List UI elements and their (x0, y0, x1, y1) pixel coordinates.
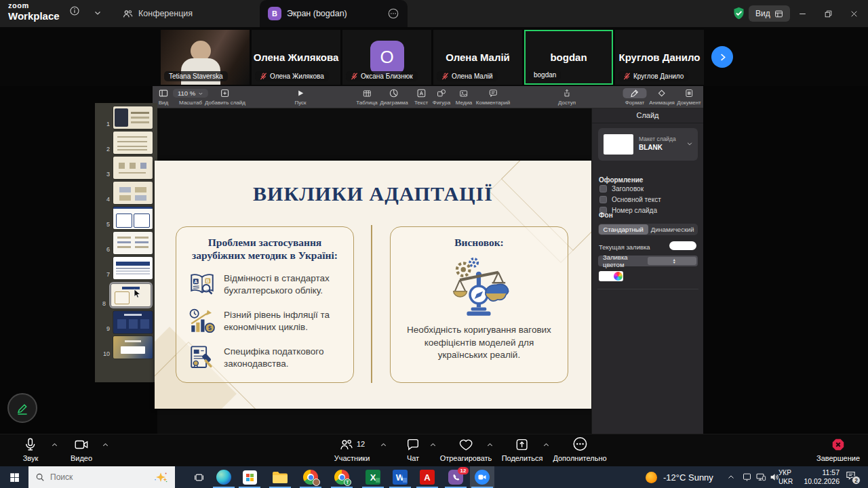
audio-options-chevron[interactable] (51, 441, 58, 449)
selected-slide-thumbnail[interactable] (109, 282, 153, 308)
zoom-app-taskbar-icon[interactable] (470, 466, 494, 488)
toolbar-document[interactable]: Документ (677, 88, 701, 106)
clock-date: 10.02.2026 (799, 477, 840, 486)
participants-options-chevron[interactable] (380, 441, 387, 449)
acrobat-taskbar-icon[interactable]: A (415, 466, 439, 488)
tab-screen-share[interactable]: B Экран (bogdan) (260, 0, 408, 27)
slide-thumbnail[interactable] (113, 182, 153, 204)
current-fill-swatch[interactable] (669, 241, 696, 250)
toolbar-zoom-select[interactable]: 110 % Масштаб (173, 88, 208, 106)
edge-taskbar-icon[interactable] (212, 466, 236, 488)
chrome-profile-1-taskbar-icon[interactable] (298, 466, 323, 488)
participant-tile[interactable]: Tetiana Staverska (161, 30, 250, 85)
chrome-profile-2-taskbar-icon[interactable]: T (330, 466, 354, 488)
file-explorer-taskbar-icon[interactable] (268, 466, 292, 488)
share-button[interactable]: Поделиться (502, 437, 543, 462)
slide-thumbnail[interactable] (113, 106, 153, 129)
checkbox-1[interactable]: Заголовок (599, 185, 644, 192)
fill-type-value: Заливка цветом (598, 253, 648, 268)
excel-taskbar-icon[interactable]: X (361, 466, 385, 488)
chat-button[interactable]: Чат (406, 437, 420, 462)
search-input[interactable] (50, 472, 132, 482)
viber-taskbar-icon[interactable]: 12 (443, 466, 468, 488)
brand-line1: zoom (8, 2, 60, 9)
task-view-taskbar-icon[interactable] (186, 466, 211, 488)
layout-label: Макет слайда (639, 136, 676, 142)
minimize-button[interactable] (788, 0, 816, 27)
toolbar-play[interactable]: Пуск (294, 88, 306, 106)
toolbar-label: Добавить слайд (205, 100, 245, 106)
slide-thumbnail[interactable] (113, 311, 153, 333)
react-options-chevron[interactable] (486, 441, 494, 449)
participant-label-text: Олена Малій (452, 73, 493, 80)
animate-icon (657, 88, 667, 98)
next-participants-button[interactable] (711, 46, 733, 68)
annotate-button[interactable] (7, 393, 37, 423)
participant-label: Tetiana Staverska (164, 71, 228, 81)
toolbar-media[interactable]: Медиа (456, 88, 473, 106)
toolbar-chart[interactable]: Диаграмма (380, 88, 408, 106)
end-meeting-button[interactable]: Завершение (816, 437, 860, 462)
tray-window-icon[interactable] (742, 472, 752, 482)
slide-thumbnail[interactable] (113, 257, 153, 279)
toolbar-animate[interactable]: Анимация (649, 88, 675, 106)
color-wheel-icon[interactable] (614, 272, 623, 281)
start-button[interactable] (0, 466, 28, 488)
close-button[interactable] (840, 0, 868, 27)
slide-thumbnail-row: 8 (95, 282, 157, 308)
slide-thumbnail[interactable] (113, 157, 153, 179)
more-button[interactable]: Дополнительно (553, 437, 606, 462)
tab-conference[interactable]: Конференция (122, 0, 193, 27)
language-indicator[interactable]: УКР UKR (778, 468, 793, 486)
toolbar-add-slide[interactable]: Добавить слайд (205, 88, 245, 106)
view-button[interactable]: Вид (749, 5, 790, 22)
taskbar-clock[interactable]: 11:57 10.02.2026 (799, 468, 840, 486)
toolbar-share-mac[interactable]: Доступ (558, 88, 576, 106)
audio-button[interactable]: Звук (23, 437, 39, 462)
tab-more-icon[interactable] (387, 7, 399, 20)
toolbar-view[interactable]: Вид (158, 88, 170, 106)
mic-muted-icon (260, 73, 267, 80)
slide-thumbnail[interactable] (113, 207, 153, 229)
restore-button[interactable] (814, 0, 842, 27)
segment-Динамический[interactable]: Динамический (648, 224, 698, 235)
video-options-chevron[interactable] (102, 441, 109, 449)
video-button[interactable]: Видео (71, 437, 92, 462)
slide-thumbnail[interactable] (113, 336, 153, 359)
tray-chevron-up-icon[interactable] (727, 473, 735, 481)
taskbar-search[interactable] (28, 466, 175, 488)
toolbar-comment[interactable]: Комментарий (476, 88, 510, 106)
info-icon[interactable] (69, 5, 80, 16)
slide-thumbnail[interactable] (111, 284, 151, 306)
mic-muted-icon (623, 73, 631, 80)
participant-tile[interactable]: bogdanbogdan (524, 30, 613, 85)
tray-network-icon[interactable] (755, 472, 766, 483)
segment-Стандартный[interactable]: Стандартный (599, 224, 648, 235)
participant-tile[interactable]: Круглов ДанилоКруглов Данило (615, 30, 704, 85)
chart-icon (389, 88, 399, 98)
slide-thumbnail[interactable] (113, 232, 153, 254)
store-taskbar-icon[interactable] (237, 466, 262, 488)
participant-tile[interactable]: Олена МалійОлена Малій (433, 30, 522, 85)
checkbox-2[interactable]: Основной текст (599, 196, 661, 203)
word-taskbar-icon[interactable]: W (388, 466, 412, 488)
participant-tile[interactable]: Олена ЖиляковаОлена Жилякова (252, 30, 340, 85)
toolbar-format[interactable]: Формат (623, 88, 647, 106)
taskbar-weather[interactable]: -12°C Sunny (646, 466, 713, 488)
slide-thumbnail[interactable] (113, 131, 153, 154)
slide-layout-selector[interactable]: Макет слайда BLANK (598, 128, 698, 161)
slide-editor-current-slide[interactable]: ВИКЛИКИ АДАПТАЦІЇ Проблеми застосування … (155, 161, 591, 409)
chat-options-chevron[interactable] (429, 441, 437, 449)
participants-icon: 12 (339, 437, 365, 452)
toolbar-text[interactable]: Текст (414, 88, 428, 106)
participants-button[interactable]: 12Участники (334, 437, 370, 462)
fill-type-dropdown[interactable]: Заливка цветом ▲▼ (598, 256, 698, 266)
chevron-down-icon[interactable] (94, 9, 102, 17)
toolbar-shape[interactable]: Фигура (433, 88, 450, 106)
slide-thumbnail-row: 4 (95, 182, 157, 204)
react-button[interactable]: Отреагировать (440, 437, 492, 462)
share-options-chevron[interactable] (542, 441, 550, 449)
slide-thumbnail-row: 3 (95, 157, 157, 179)
toolbar-table[interactable]: Таблица (356, 88, 377, 106)
participant-tile[interactable]: ООксана Близнюк (342, 30, 431, 85)
